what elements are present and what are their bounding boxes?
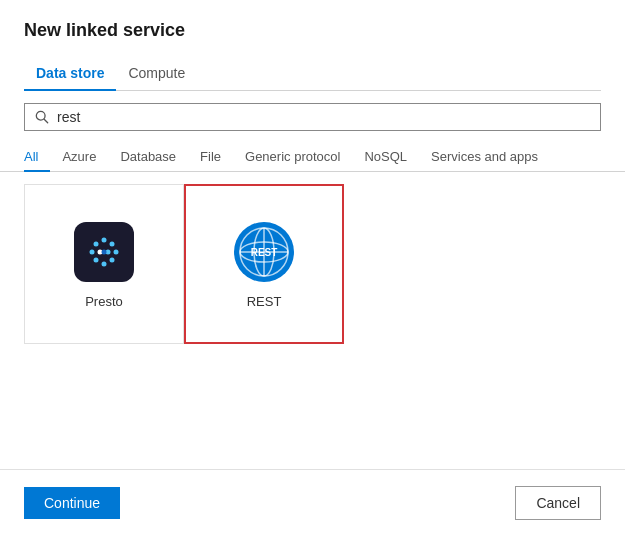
tab-compute[interactable]: Compute [116, 57, 197, 91]
filter-tab-services-and-apps[interactable]: Services and apps [419, 143, 550, 172]
svg-point-8 [114, 249, 119, 254]
rest-icon-graphic: REST [234, 222, 294, 282]
rest-tile-icon: REST [232, 220, 296, 284]
cancel-button[interactable]: Cancel [515, 486, 601, 520]
svg-point-4 [110, 241, 115, 246]
presto-tile-icon [72, 220, 136, 284]
rest-tile-label: REST [247, 294, 282, 309]
search-icon [35, 110, 49, 124]
main-tabs: Data store Compute [24, 57, 601, 91]
filter-tab-file[interactable]: File [188, 143, 233, 172]
svg-text:REST: REST [251, 247, 278, 258]
presto-dots-svg [84, 232, 124, 272]
dialog-header: New linked service Data store Compute [0, 0, 625, 103]
tile-presto[interactable]: Presto [24, 184, 184, 344]
filter-tabs-row: All Azure Database File Generic protocol… [0, 143, 625, 172]
search-box-container [24, 103, 601, 131]
tile-grid-area: Presto [0, 172, 625, 469]
dialog-title: New linked service [24, 20, 601, 41]
new-linked-service-dialog: New linked service Data store Compute Al… [0, 0, 625, 536]
filter-tab-azure[interactable]: Azure [50, 143, 108, 172]
filter-tab-generic-protocol[interactable]: Generic protocol [233, 143, 352, 172]
svg-point-3 [102, 237, 107, 242]
svg-point-11 [110, 257, 115, 262]
filter-tab-nosql[interactable]: NoSQL [352, 143, 419, 172]
rest-globe-svg: REST [238, 226, 290, 278]
continue-button[interactable]: Continue [24, 487, 120, 519]
svg-point-5 [90, 249, 95, 254]
dialog-footer: Continue Cancel [0, 469, 625, 536]
filter-tab-database[interactable]: Database [108, 143, 188, 172]
presto-tile-label: Presto [85, 294, 123, 309]
search-input[interactable] [57, 109, 590, 125]
svg-point-10 [102, 261, 107, 266]
svg-line-1 [44, 119, 48, 123]
filter-tab-all[interactable]: All [24, 143, 50, 172]
tab-data-store[interactable]: Data store [24, 57, 116, 91]
search-wrapper [0, 103, 625, 143]
svg-point-9 [94, 257, 99, 262]
tile-grid: Presto [24, 184, 601, 344]
svg-point-12 [102, 249, 107, 254]
svg-point-2 [94, 241, 99, 246]
tile-rest[interactable]: REST REST [184, 184, 344, 344]
presto-icon-graphic [74, 222, 134, 282]
